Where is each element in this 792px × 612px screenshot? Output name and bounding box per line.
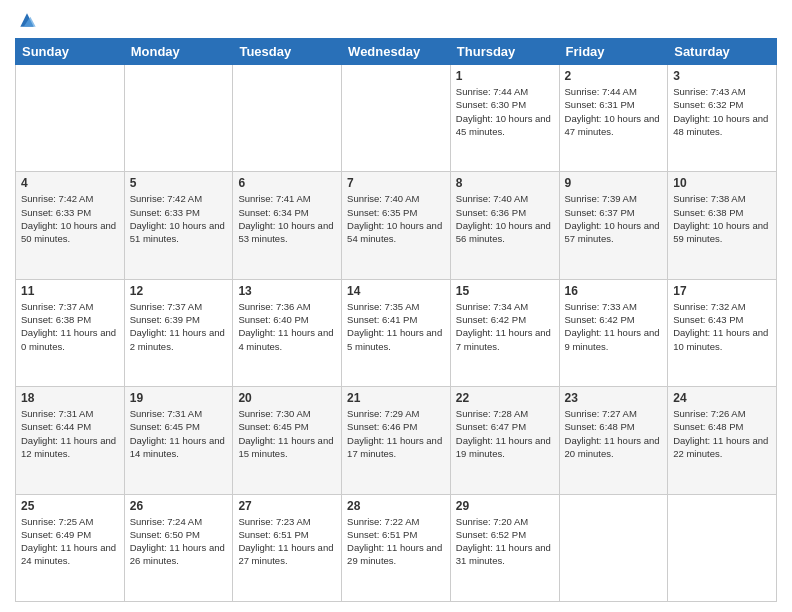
day-info: Sunrise: 7:38 AMSunset: 6:38 PMDaylight:…	[673, 192, 771, 245]
header-wednesday: Wednesday	[342, 39, 451, 65]
day-number: 20	[238, 391, 336, 405]
table-row: 23Sunrise: 7:27 AMSunset: 6:48 PMDayligh…	[559, 387, 668, 494]
sunrise-text: Sunrise: 7:31 AM	[130, 408, 202, 419]
calendar-table: Sunday Monday Tuesday Wednesday Thursday…	[15, 38, 777, 602]
day-info: Sunrise: 7:43 AMSunset: 6:32 PMDaylight:…	[673, 85, 771, 138]
table-row: 18Sunrise: 7:31 AMSunset: 6:44 PMDayligh…	[16, 387, 125, 494]
daylight-text: Daylight: 10 hours and 54 minutes.	[347, 220, 442, 244]
day-number: 6	[238, 176, 336, 190]
sunrise-text: Sunrise: 7:24 AM	[130, 516, 202, 527]
daylight-text: Daylight: 10 hours and 57 minutes.	[565, 220, 660, 244]
header-tuesday: Tuesday	[233, 39, 342, 65]
table-row: 1Sunrise: 7:44 AMSunset: 6:30 PMDaylight…	[450, 65, 559, 172]
daylight-text: Daylight: 11 hours and 9 minutes.	[565, 327, 660, 351]
sunset-text: Sunset: 6:41 PM	[347, 314, 417, 325]
sunset-text: Sunset: 6:38 PM	[21, 314, 91, 325]
day-number: 23	[565, 391, 663, 405]
day-number: 10	[673, 176, 771, 190]
sunset-text: Sunset: 6:51 PM	[347, 529, 417, 540]
sunrise-text: Sunrise: 7:37 AM	[130, 301, 202, 312]
table-row: 12Sunrise: 7:37 AMSunset: 6:39 PMDayligh…	[124, 279, 233, 386]
table-row: 25Sunrise: 7:25 AMSunset: 6:49 PMDayligh…	[16, 494, 125, 601]
sunset-text: Sunset: 6:35 PM	[347, 207, 417, 218]
table-row: 29Sunrise: 7:20 AMSunset: 6:52 PMDayligh…	[450, 494, 559, 601]
sunset-text: Sunset: 6:49 PM	[21, 529, 91, 540]
sunrise-text: Sunrise: 7:40 AM	[456, 193, 528, 204]
sunrise-text: Sunrise: 7:43 AM	[673, 86, 745, 97]
day-number: 21	[347, 391, 445, 405]
sunset-text: Sunset: 6:42 PM	[456, 314, 526, 325]
daylight-text: Daylight: 10 hours and 51 minutes.	[130, 220, 225, 244]
sunset-text: Sunset: 6:48 PM	[673, 421, 743, 432]
day-number: 15	[456, 284, 554, 298]
day-info: Sunrise: 7:31 AMSunset: 6:44 PMDaylight:…	[21, 407, 119, 460]
day-info: Sunrise: 7:42 AMSunset: 6:33 PMDaylight:…	[130, 192, 228, 245]
daylight-text: Daylight: 11 hours and 31 minutes.	[456, 542, 551, 566]
sunset-text: Sunset: 6:46 PM	[347, 421, 417, 432]
calendar-row: 4Sunrise: 7:42 AMSunset: 6:33 PMDaylight…	[16, 172, 777, 279]
sunset-text: Sunset: 6:31 PM	[565, 99, 635, 110]
sunrise-text: Sunrise: 7:44 AM	[565, 86, 637, 97]
header	[15, 10, 777, 30]
day-info: Sunrise: 7:27 AMSunset: 6:48 PMDaylight:…	[565, 407, 663, 460]
daylight-text: Daylight: 11 hours and 19 minutes.	[456, 435, 551, 459]
daylight-text: Daylight: 10 hours and 45 minutes.	[456, 113, 551, 137]
day-number: 3	[673, 69, 771, 83]
daylight-text: Daylight: 11 hours and 26 minutes.	[130, 542, 225, 566]
day-info: Sunrise: 7:44 AMSunset: 6:30 PMDaylight:…	[456, 85, 554, 138]
day-info: Sunrise: 7:35 AMSunset: 6:41 PMDaylight:…	[347, 300, 445, 353]
day-info: Sunrise: 7:33 AMSunset: 6:42 PMDaylight:…	[565, 300, 663, 353]
day-number: 9	[565, 176, 663, 190]
day-info: Sunrise: 7:24 AMSunset: 6:50 PMDaylight:…	[130, 515, 228, 568]
sunrise-text: Sunrise: 7:41 AM	[238, 193, 310, 204]
sunset-text: Sunset: 6:38 PM	[673, 207, 743, 218]
sunrise-text: Sunrise: 7:29 AM	[347, 408, 419, 419]
table-row	[559, 494, 668, 601]
sunrise-text: Sunrise: 7:42 AM	[21, 193, 93, 204]
table-row: 14Sunrise: 7:35 AMSunset: 6:41 PMDayligh…	[342, 279, 451, 386]
table-row: 8Sunrise: 7:40 AMSunset: 6:36 PMDaylight…	[450, 172, 559, 279]
sunrise-text: Sunrise: 7:36 AM	[238, 301, 310, 312]
daylight-text: Daylight: 11 hours and 15 minutes.	[238, 435, 333, 459]
daylight-text: Daylight: 10 hours and 50 minutes.	[21, 220, 116, 244]
table-row: 13Sunrise: 7:36 AMSunset: 6:40 PMDayligh…	[233, 279, 342, 386]
header-friday: Friday	[559, 39, 668, 65]
day-info: Sunrise: 7:30 AMSunset: 6:45 PMDaylight:…	[238, 407, 336, 460]
day-number: 14	[347, 284, 445, 298]
sunset-text: Sunset: 6:30 PM	[456, 99, 526, 110]
day-number: 8	[456, 176, 554, 190]
daylight-text: Daylight: 11 hours and 14 minutes.	[130, 435, 225, 459]
table-row: 21Sunrise: 7:29 AMSunset: 6:46 PMDayligh…	[342, 387, 451, 494]
daylight-text: Daylight: 10 hours and 47 minutes.	[565, 113, 660, 137]
sunrise-text: Sunrise: 7:23 AM	[238, 516, 310, 527]
logo-icon	[17, 10, 37, 30]
sunrise-text: Sunrise: 7:20 AM	[456, 516, 528, 527]
daylight-text: Daylight: 11 hours and 27 minutes.	[238, 542, 333, 566]
daylight-text: Daylight: 11 hours and 7 minutes.	[456, 327, 551, 351]
table-row: 17Sunrise: 7:32 AMSunset: 6:43 PMDayligh…	[668, 279, 777, 386]
table-row: 16Sunrise: 7:33 AMSunset: 6:42 PMDayligh…	[559, 279, 668, 386]
table-row: 24Sunrise: 7:26 AMSunset: 6:48 PMDayligh…	[668, 387, 777, 494]
sunset-text: Sunset: 6:44 PM	[21, 421, 91, 432]
day-number: 17	[673, 284, 771, 298]
sunrise-text: Sunrise: 7:28 AM	[456, 408, 528, 419]
sunrise-text: Sunrise: 7:35 AM	[347, 301, 419, 312]
sunrise-text: Sunrise: 7:27 AM	[565, 408, 637, 419]
day-info: Sunrise: 7:25 AMSunset: 6:49 PMDaylight:…	[21, 515, 119, 568]
table-row: 20Sunrise: 7:30 AMSunset: 6:45 PMDayligh…	[233, 387, 342, 494]
sunset-text: Sunset: 6:40 PM	[238, 314, 308, 325]
daylight-text: Daylight: 11 hours and 0 minutes.	[21, 327, 116, 351]
day-info: Sunrise: 7:42 AMSunset: 6:33 PMDaylight:…	[21, 192, 119, 245]
daylight-text: Daylight: 11 hours and 5 minutes.	[347, 327, 442, 351]
day-info: Sunrise: 7:23 AMSunset: 6:51 PMDaylight:…	[238, 515, 336, 568]
sunset-text: Sunset: 6:47 PM	[456, 421, 526, 432]
day-number: 29	[456, 499, 554, 513]
day-info: Sunrise: 7:34 AMSunset: 6:42 PMDaylight:…	[456, 300, 554, 353]
table-row	[124, 65, 233, 172]
day-info: Sunrise: 7:37 AMSunset: 6:39 PMDaylight:…	[130, 300, 228, 353]
header-monday: Monday	[124, 39, 233, 65]
sunrise-text: Sunrise: 7:34 AM	[456, 301, 528, 312]
daylight-text: Daylight: 10 hours and 48 minutes.	[673, 113, 768, 137]
day-info: Sunrise: 7:37 AMSunset: 6:38 PMDaylight:…	[21, 300, 119, 353]
day-info: Sunrise: 7:40 AMSunset: 6:36 PMDaylight:…	[456, 192, 554, 245]
